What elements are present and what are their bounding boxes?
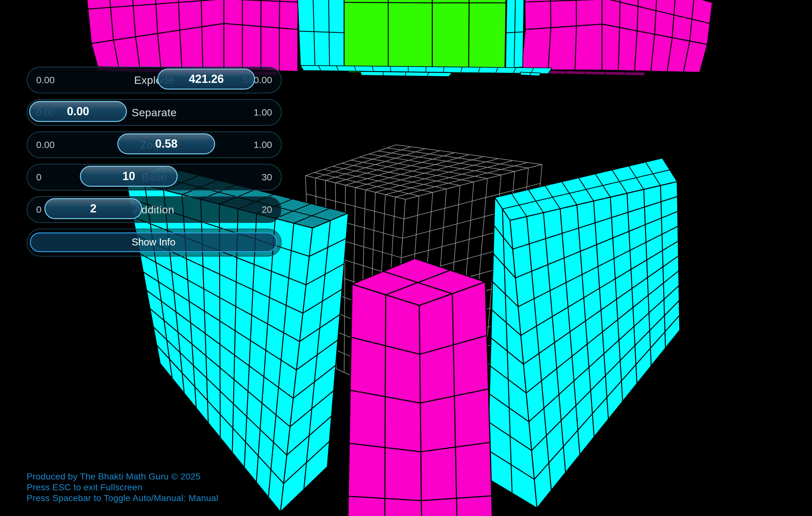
slider-value-addition: 2 [46, 199, 141, 218]
slider-max-label-separate: 1.00 [254, 100, 272, 125]
slider-max-label-addition: 20 [262, 197, 272, 222]
cyan-wall-right-front-face [510, 182, 680, 508]
slider-track-addition[interactable]: 0 Addition 20 2 [27, 196, 282, 223]
cyan-slab-topcenter-bottom-tab-b [520, 72, 541, 76]
green-cube-left-face [344, 0, 432, 69]
slider-value-zoom: 0.58 [118, 134, 214, 153]
slider-max-label-base: 30 [262, 164, 272, 190]
slider-value-separate: 0.00 [30, 102, 126, 121]
magenta-slab-topright-lower-a [521, 24, 602, 70]
slider-thumb-separate[interactable]: 0.00 [29, 101, 127, 122]
slider-track-explode[interactable]: 0.00 Explode 500.00 421.26 [27, 67, 282, 93]
slider-thumb-explode[interactable]: 421.26 [157, 69, 255, 89]
slider-value-base: 10 [81, 167, 177, 186]
magenta-column-right-face [419, 282, 493, 516]
magenta-slab-topleft-lower-b [224, 24, 298, 72]
show-info-track: Show Info [27, 228, 282, 256]
green-cube-right-face [432, 0, 507, 69]
slider-thumb-addition[interactable]: 2 [45, 198, 142, 219]
slider-thumb-base[interactable]: 10 [80, 166, 178, 187]
slider-value-explode: 421.26 [158, 70, 254, 89]
magenta-column-left-face [347, 284, 422, 516]
slider-track-zoom[interactable]: 0.00 Zoom 1.00 0.58 [27, 132, 282, 158]
app-stage: 0.00 Explode 500.00 421.26 0.00 Separate… [0, 0, 812, 516]
cyan-slab-topcenter-left-columns [297, 0, 344, 69]
slider-thumb-zoom[interactable]: 0.58 [117, 133, 215, 154]
slider-track-base[interactable]: 0 Base 30 10 [27, 164, 282, 191]
show-info-button[interactable]: Show Info [30, 233, 277, 252]
slider-track-separate[interactable]: 0.00 Separate 1.00 0.00 [27, 99, 282, 126]
cyan-slab-topcenter-bottom-tab-a [360, 72, 452, 77]
cyan-slab-topcenter-right-columns [505, 0, 524, 69]
slider-max-label-zoom: 1.00 [254, 132, 272, 158]
